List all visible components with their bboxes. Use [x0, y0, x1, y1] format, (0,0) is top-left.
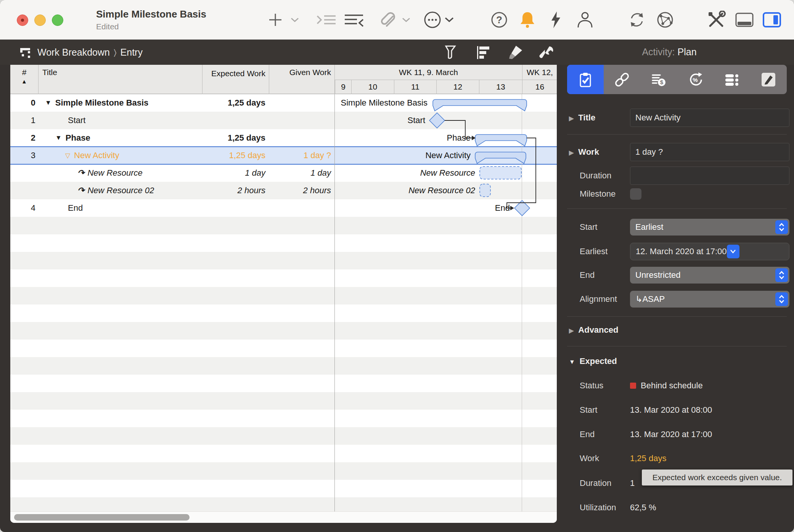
breadcrumb-tab[interactable]: Entry	[121, 47, 143, 58]
end-popup[interactable]: Unrestricted	[630, 267, 789, 284]
column-header-title[interactable]: Title	[38, 65, 202, 94]
outdent-icon[interactable]	[343, 11, 365, 29]
field-row-end: End Unrestricted	[569, 267, 789, 284]
gantt-label: Phase	[349, 129, 471, 147]
grouping-icon[interactable]	[474, 44, 493, 61]
attachment-icon[interactable]	[377, 11, 397, 29]
network-icon[interactable]	[656, 11, 674, 29]
status-color-icon	[630, 383, 636, 389]
gantt-label: Simple Milestone Basis	[305, 94, 428, 112]
tab-style[interactable]	[750, 65, 787, 94]
outline-gantt-view: # ▲ Title Expected Work Given Work WK 11…	[10, 65, 557, 523]
scrollbar-thumb[interactable]	[14, 514, 190, 521]
summary-bar-phase	[475, 135, 527, 146]
day-header-12[interactable]: 12	[436, 80, 479, 94]
end-label: End	[569, 270, 630, 280]
status-label: Status	[569, 381, 630, 391]
settings-wrench-icon[interactable]	[537, 44, 556, 61]
person-icon[interactable]	[576, 11, 594, 29]
column-header-given-work[interactable]: Given Work	[269, 65, 334, 94]
tab-resources[interactable]	[714, 65, 750, 94]
style-brush-icon[interactable]	[506, 44, 525, 61]
minimize-button[interactable]	[34, 14, 46, 26]
expected-utilization-row: Utilization 62,5 %	[569, 501, 789, 514]
more-chevron-icon[interactable]	[444, 11, 455, 29]
disclosure-triangle-icon[interactable]: ▶	[569, 115, 574, 122]
disclosure-triangle-icon[interactable]: ▶	[569, 327, 574, 334]
timeline-header[interactable]: WK 11, 9. March WK 12, 9 10 11 12 13 16	[334, 65, 557, 94]
week-header-12[interactable]: WK 12,	[522, 65, 557, 80]
tab-plan[interactable]	[567, 65, 604, 94]
summary-bar-new-activity	[475, 152, 526, 163]
day-header-9[interactable]: 9	[335, 80, 351, 94]
title-input[interactable]: New Activity	[630, 109, 789, 127]
duration-input[interactable]	[630, 167, 789, 185]
close-button[interactable]	[17, 14, 28, 26]
field-row-alignment: Alignment ↳ASAP	[569, 291, 789, 308]
tab-progress[interactable]: %	[677, 65, 714, 94]
expected-status-row: Status Behind schedule	[569, 379, 789, 393]
app-window: Simple Milestone Basis Edited ?	[0, 0, 794, 532]
tab-links[interactable]	[604, 65, 640, 94]
gantt-label: End	[388, 199, 510, 217]
stepper-icon[interactable]	[775, 292, 788, 306]
advanced-section-label[interactable]: ▶Advanced	[569, 325, 630, 335]
more-actions-icon[interactable]	[423, 11, 442, 29]
gantt-label: New Resource	[353, 164, 475, 182]
indent-icon[interactable]	[316, 11, 337, 29]
breadcrumb-view[interactable]: Work Breakdown	[37, 47, 110, 58]
advanced-section[interactable]: ▶Advanced	[569, 323, 789, 337]
day-header-13[interactable]: 13	[479, 80, 522, 94]
gantt-label: New Resource 02	[353, 182, 475, 199]
document-edited-status: Edited	[96, 22, 119, 31]
field-row-earliest: Earliest 12. March 2020 at 17:00	[569, 243, 789, 260]
earliest-date-field[interactable]: 12. March 2020 at 17:00	[630, 243, 789, 260]
disclosure-triangle-icon[interactable]: ▶	[569, 149, 574, 156]
right-panel-icon[interactable]	[763, 11, 781, 29]
alignment-popup[interactable]: ↳ASAP	[630, 291, 789, 308]
column-header-number[interactable]: # ▲	[10, 65, 38, 94]
milestone-start	[429, 113, 445, 128]
field-row-duration: Duration	[569, 167, 789, 185]
filter-icon[interactable]	[442, 44, 461, 61]
svg-text:$: $	[660, 79, 664, 85]
horizontal-scrollbar[interactable]	[10, 511, 557, 523]
notifications-bell-icon[interactable]	[519, 11, 536, 29]
work-breakdown-icon	[16, 44, 35, 61]
milestone-checkbox[interactable]	[630, 188, 641, 200]
gantt-label: New Activity	[349, 147, 471, 164]
tools-icon[interactable]	[706, 11, 726, 29]
attachment-chevron-icon[interactable]	[401, 11, 411, 29]
week-header-11[interactable]: WK 11, 9. March	[335, 65, 522, 80]
expected-section[interactable]: ▼Expected	[569, 354, 789, 368]
breadcrumb[interactable]: Work Breakdown〉Entry	[37, 47, 143, 58]
column-header-expected-work[interactable]: Expected Work	[202, 65, 269, 94]
day-header-10[interactable]: 10	[351, 80, 394, 94]
table-header: # ▲ Title Expected Work Given Work WK 11…	[10, 65, 557, 94]
lightning-icon[interactable]	[548, 11, 564, 29]
disclosure-triangle-icon[interactable]: ▼	[569, 359, 575, 365]
day-header-16[interactable]: 16	[522, 80, 557, 94]
zoom-button[interactable]	[52, 14, 63, 26]
inspector-header-label: Activity:	[642, 46, 675, 57]
dropdown-chevron-icon[interactable]	[727, 245, 739, 258]
utilization-label: Utilization	[569, 503, 630, 513]
title-section-label[interactable]: ▶Title	[569, 113, 630, 123]
work-section-label[interactable]: ▶Work	[569, 147, 630, 157]
stepper-icon[interactable]	[775, 220, 788, 234]
day-header-11[interactable]: 11	[394, 80, 436, 94]
add-chevron-icon[interactable]	[290, 11, 300, 29]
help-icon[interactable]: ?	[490, 11, 508, 29]
start-popup[interactable]: Earliest	[630, 219, 789, 236]
expected-section-label[interactable]: ▼Expected	[569, 356, 630, 366]
work-input[interactable]: 1 day ?	[630, 143, 789, 161]
stepper-icon[interactable]	[775, 268, 788, 282]
sync-icon[interactable]	[628, 11, 646, 29]
assignment-bar-new-resource	[480, 167, 521, 179]
alignment-label: Alignment	[569, 294, 630, 304]
divider	[567, 316, 787, 317]
add-icon[interactable]	[267, 11, 284, 29]
tab-cost[interactable]: $	[640, 65, 677, 94]
bottom-panel-icon[interactable]	[735, 11, 754, 29]
sort-ascending-icon[interactable]: ▲	[10, 78, 38, 85]
